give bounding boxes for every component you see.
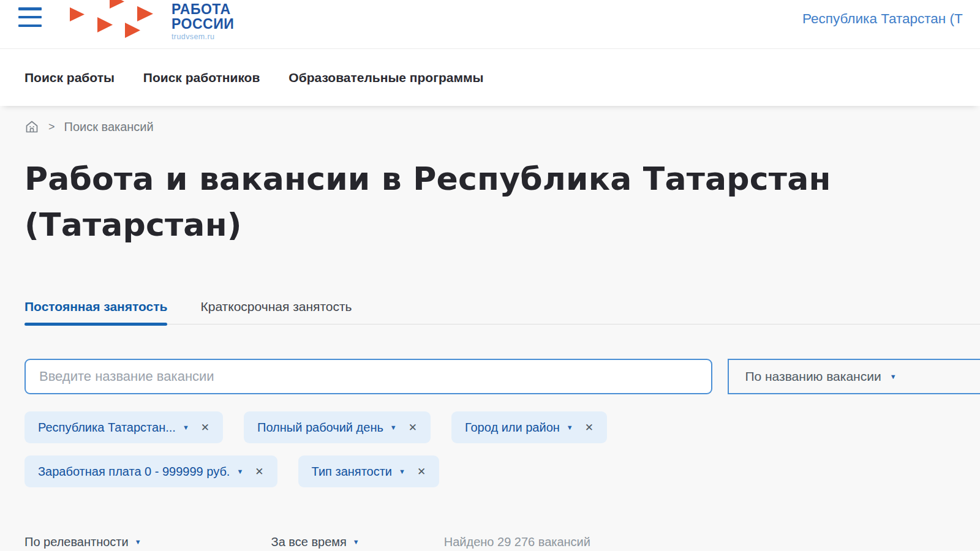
- vacancy-search-input[interactable]: [24, 359, 712, 394]
- chevron-down-icon: ▼: [390, 424, 397, 431]
- hamburger-bar: [18, 7, 42, 10]
- employment-tabs: Постоянная занятость Краткосрочная занят…: [24, 299, 980, 324]
- filter-chip-work-schedule[interactable]: Полный рабочий день ▼ ✕: [244, 411, 431, 443]
- hamburger-bar: [18, 24, 42, 28]
- main-navigation: Поиск работы Поиск работников Образовате…: [0, 49, 980, 106]
- filter-chip-city-district[interactable]: Город или район ▼ ✕: [451, 411, 607, 443]
- menu-hamburger-button[interactable]: [18, 7, 42, 27]
- logo-title-line2: РОССИИ: [172, 17, 234, 31]
- time-period-dropdown[interactable]: За все время ▼: [271, 535, 360, 549]
- nav-item-employee-search[interactable]: Поиск работников: [143, 70, 260, 85]
- tab-short-term-employment[interactable]: Краткосрочная занятость: [200, 299, 352, 324]
- filter-chip-salary[interactable]: Заработная плата 0 - 999999 руб. ▼ ✕: [24, 455, 277, 487]
- chevron-down-icon: ▼: [183, 424, 189, 431]
- chevron-down-icon: ▼: [353, 539, 360, 545]
- page-title: Работа и вакансии в Республика Татарстан…: [24, 156, 882, 248]
- close-icon[interactable]: ✕: [409, 421, 417, 434]
- close-icon[interactable]: ✕: [417, 465, 426, 478]
- chevron-down-icon: ▼: [890, 373, 897, 380]
- breadcrumb-separator: >: [48, 121, 55, 133]
- filter-chip-region[interactable]: Республика Татарстан... ▼ ✕: [24, 411, 223, 443]
- rabota-rossii-logo[interactable]: РАБОТА РОССИИ trudvsem.ru: [69, 0, 157, 39]
- breadcrumb-current[interactable]: Поиск вакансий: [64, 120, 154, 134]
- tab-permanent-employment[interactable]: Постоянная занятость: [24, 299, 167, 324]
- nav-item-education-programs[interactable]: Образовательные программы: [288, 70, 483, 85]
- top-header: РАБОТА РОССИИ trudvsem.ru Республика Тат…: [0, 0, 980, 49]
- hamburger-bar: [18, 16, 42, 19]
- filter-chip-label: Город или район: [465, 421, 560, 435]
- vacancies-found-count: Найдено 29 276 вакансий: [444, 535, 590, 549]
- chevron-down-icon: ▼: [567, 424, 573, 431]
- filter-chip-label: Заработная плата 0 - 999999 руб.: [38, 465, 230, 479]
- chevron-down-icon: ▼: [135, 539, 141, 545]
- sort-by-relevance-dropdown[interactable]: По релевантности ▼: [24, 535, 141, 549]
- nav-item-job-search[interactable]: Поиск работы: [24, 70, 115, 85]
- filter-chip-label: Полный рабочий день: [257, 421, 383, 435]
- logo-triangles-icon: [69, 0, 157, 39]
- search-mode-dropdown[interactable]: По названию вакансии ▼: [728, 359, 980, 394]
- filter-chip-employment-type[interactable]: Тип занятости ▼ ✕: [298, 455, 440, 487]
- region-selector-link[interactable]: Республика Татарстан (Т: [802, 11, 963, 27]
- page-content: > Поиск вакансий Работа и вакансии в Рес…: [0, 119, 980, 549]
- logo-subtitle: trudvsem.ru: [172, 32, 234, 41]
- search-mode-label: По названию вакансии: [745, 369, 881, 384]
- chevron-down-icon: ▼: [399, 468, 405, 475]
- filter-chips-row-1: Республика Татарстан... ▼ ✕ Полный рабоч…: [24, 411, 980, 443]
- chevron-down-icon: ▼: [236, 468, 243, 475]
- logo-title-line1: РАБОТА: [172, 2, 234, 17]
- results-bar: По релевантности ▼ За все время ▼ Найден…: [24, 535, 980, 549]
- close-icon[interactable]: ✕: [255, 465, 263, 478]
- home-icon[interactable]: [24, 119, 39, 134]
- logo-text: РАБОТА РОССИИ trudvsem.ru: [172, 2, 234, 41]
- close-icon[interactable]: ✕: [585, 421, 594, 434]
- filter-chip-label: Республика Татарстан...: [38, 421, 176, 435]
- filter-chips-row-2: Заработная плата 0 - 999999 руб. ▼ ✕ Тип…: [24, 455, 980, 487]
- close-icon[interactable]: ✕: [201, 421, 209, 434]
- time-period-label: За все время: [271, 535, 347, 549]
- filter-chip-label: Тип занятости: [312, 465, 392, 479]
- sort-by-label: По релевантности: [24, 535, 129, 549]
- search-row: По названию вакансии ▼: [24, 359, 980, 394]
- breadcrumb: > Поиск вакансий: [24, 119, 980, 134]
